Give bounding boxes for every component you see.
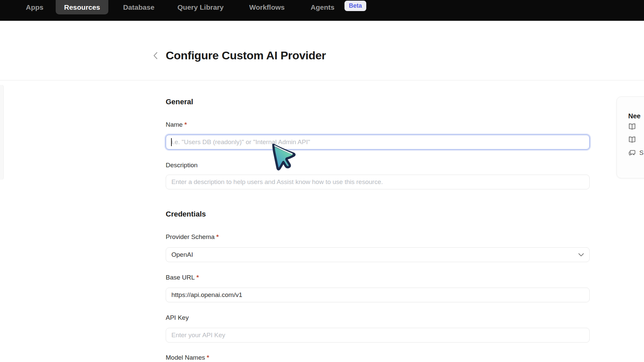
top-navigation-bar: Apps Resources Database Query Library Wo… <box>0 0 644 21</box>
name-input[interactable] <box>166 135 590 149</box>
provider-schema-field-label: Provider Schema* <box>166 233 219 241</box>
help-panel-heading: Nee <box>628 112 644 120</box>
provider-schema-selected-value: OpenAI <box>171 251 193 258</box>
provider-schema-label-text: Provider Schema <box>166 233 215 240</box>
help-link-docs-2[interactable] <box>628 133 644 146</box>
page-title: Configure Custom AI Provider <box>166 49 326 62</box>
description-field-label: Description <box>166 162 198 169</box>
nav-tab-apps[interactable]: Apps <box>26 0 44 14</box>
name-field-label: Name* <box>166 121 187 128</box>
help-panel: Nee S <box>616 97 644 178</box>
nav-tab-workflows[interactable]: Workflows <box>249 0 285 14</box>
required-asterisk: * <box>197 274 199 281</box>
back-button[interactable] <box>152 51 159 61</box>
base-url-field-label: Base URL* <box>166 274 199 281</box>
model-names-field-label: Model Names* <box>166 354 209 361</box>
book-icon <box>628 136 636 143</box>
api-key-label-text: API Key <box>166 314 189 321</box>
name-label-text: Name <box>166 121 183 128</box>
provider-schema-select[interactable]: OpenAI <box>166 247 590 262</box>
header-divider <box>0 80 644 80</box>
help-link-label: S <box>639 149 644 157</box>
help-link-support-chat[interactable]: S <box>628 146 644 159</box>
nav-tab-database[interactable]: Database <box>123 0 154 14</box>
description-input[interactable] <box>166 175 590 189</box>
left-panel-edge <box>0 85 4 180</box>
description-label-text: Description <box>166 162 198 169</box>
configure-custom-ai-provider-page: Apps Resources Database Query Library Wo… <box>0 0 644 362</box>
nav-tab-query-library[interactable]: Query Library <box>177 0 224 14</box>
required-asterisk: * <box>184 121 187 128</box>
api-key-field-label: API Key <box>166 314 189 321</box>
base-url-input[interactable] <box>166 288 590 302</box>
required-asterisk: * <box>216 233 219 240</box>
model-names-label-text: Model Names <box>166 354 205 361</box>
chat-icon <box>628 149 636 157</box>
chevron-left-icon <box>153 52 158 61</box>
nav-tab-agents[interactable]: Agents <box>311 0 334 14</box>
text-caret <box>171 138 172 146</box>
api-key-input[interactable] <box>166 328 590 343</box>
beta-badge: Beta <box>344 1 366 11</box>
general-section-heading: General <box>166 98 193 106</box>
book-icon <box>628 123 636 130</box>
required-asterisk: * <box>207 354 209 361</box>
nav-tab-resources[interactable]: Resources <box>56 0 108 14</box>
help-link-docs-1[interactable] <box>628 120 644 133</box>
base-url-label-text: Base URL <box>166 274 195 281</box>
credentials-section-heading: Credentials <box>166 210 206 219</box>
chevron-down-icon <box>578 253 584 257</box>
